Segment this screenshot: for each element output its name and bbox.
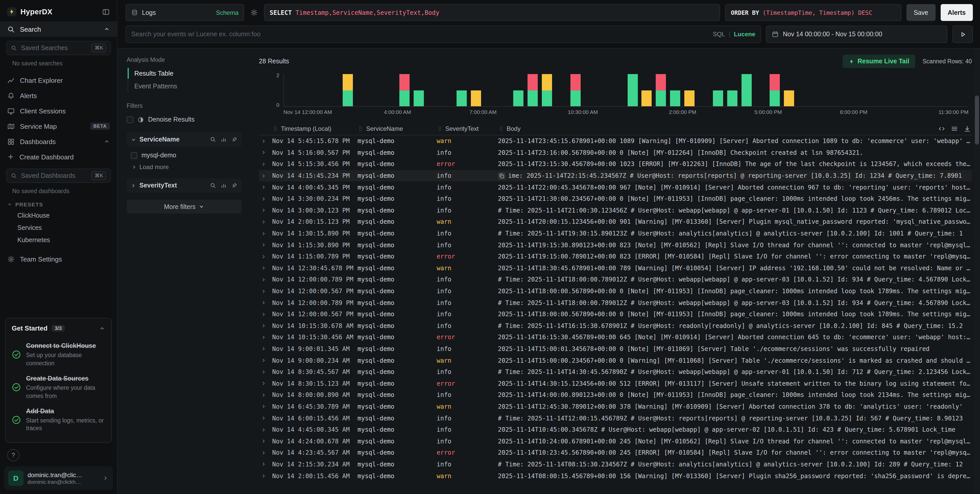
histogram-bar[interactable] <box>528 74 538 106</box>
help-button[interactable]: ? <box>7 449 19 461</box>
histogram-bar[interactable] <box>770 74 780 106</box>
preset-kubernetes[interactable]: Kubernetes <box>0 234 117 246</box>
denoise-results-toggle[interactable]: Denoise Results <box>127 113 242 126</box>
histogram-bar[interactable] <box>627 74 638 106</box>
table-row[interactable]: Nov 14 12:30:45.678 PMmysql-demowarn2025… <box>259 262 972 274</box>
table-row[interactable]: Nov 14 6:45:30.789 AMmysql-demowarn2025-… <box>259 401 972 412</box>
get-started-step-connect[interactable]: Connect to ClickHouse Set up your databa… <box>12 338 105 371</box>
table-row[interactable]: Nov 14 2:00:15.456 AMmysql-demowarn2025-… <box>259 470 972 481</box>
row-expand-chevron-icon[interactable] <box>259 381 272 386</box>
copy-icon[interactable] <box>498 172 506 180</box>
row-expand-chevron-icon[interactable] <box>259 242 272 248</box>
download-icon[interactable] <box>964 125 971 132</box>
sidebar-collapse-icon[interactable] <box>102 8 110 16</box>
table-row[interactable]: Nov 14 12:00:00.789 PMmysql-demoinfo# Ti… <box>259 274 972 285</box>
table-row[interactable]: Nov 14 8:00:00.890 AMmysql-demoinfo2025-… <box>259 389 972 401</box>
saved-searches-input[interactable]: Saved Searches ⌘K <box>6 41 111 55</box>
drag-grip-icon[interactable] <box>437 126 443 132</box>
load-more-button[interactable]: Load more <box>127 162 242 172</box>
get-started-step-add-data[interactable]: Add Data Start sending logs, metrics, or… <box>12 403 105 436</box>
create-dashboard-button[interactable]: Create Dashboard <box>0 149 117 164</box>
row-expand-chevron-icon[interactable] <box>259 288 272 294</box>
table-row[interactable]: Nov 14 4:15:45.234 PMmysql-demoinfoime: … <box>259 170 972 182</box>
drag-grip-icon[interactable] <box>272 126 278 132</box>
order-by-input[interactable]: ORDER BY (TimestampTime, Timestamp) DESC <box>725 4 901 21</box>
row-expand-chevron-icon[interactable] <box>259 173 272 178</box>
table-row[interactable]: Nov 14 6:00:15.456 AMmysql-demoinfo# Tim… <box>259 413 972 424</box>
row-expand-chevron-icon[interactable] <box>259 438 272 444</box>
row-expand-chevron-icon[interactable] <box>259 277 272 282</box>
table-row[interactable]: Nov 14 3:00:30.123 PMmysql-demoinfo# Tim… <box>259 205 972 216</box>
table-row[interactable]: Nov 14 4:00:45.345 PMmysql-demoinfo2025-… <box>259 182 972 193</box>
histogram-bar[interactable] <box>514 74 524 106</box>
facet-servicename-header[interactable]: ServiceName <box>127 132 242 147</box>
pin-icon[interactable] <box>231 182 237 188</box>
row-expand-chevron-icon[interactable] <box>259 311 272 317</box>
row-expand-chevron-icon[interactable] <box>259 358 272 363</box>
histogram-bar[interactable] <box>471 74 481 106</box>
row-expand-chevron-icon[interactable] <box>259 462 272 467</box>
alerts-button[interactable]: Alerts <box>940 4 973 21</box>
row-density-icon[interactable] <box>951 125 958 132</box>
row-expand-chevron-icon[interactable] <box>259 392 272 398</box>
more-filters-button[interactable]: More filters <box>127 200 242 214</box>
get-started-step-sources[interactable]: Create Data Sources Configure where your… <box>12 371 105 403</box>
presets-section-toggle[interactable]: PRESETS <box>0 195 117 209</box>
sidebar-item-client-sessions[interactable]: Client Sessions <box>0 103 117 118</box>
row-expand-chevron-icon[interactable] <box>259 473 272 479</box>
table-row[interactable]: Nov 14 8:30:15.123 AMmysql-demoerror2025… <box>259 378 972 389</box>
histogram-bar[interactable] <box>570 74 581 106</box>
row-expand-chevron-icon[interactable] <box>259 265 272 271</box>
row-expand-chevron-icon[interactable] <box>259 404 272 410</box>
facet-checkbox[interactable] <box>131 152 137 159</box>
sidebar-item-chart-explorer[interactable]: Chart Explorer <box>0 73 117 88</box>
histogram-plot[interactable] <box>283 74 968 107</box>
histogram-bar[interactable] <box>713 74 723 106</box>
select-clause-input[interactable]: SELECT Timestamp,ServiceName,SeverityTex… <box>264 4 720 21</box>
facet-search-icon[interactable] <box>210 182 216 188</box>
histogram-bar[interactable] <box>670 74 680 106</box>
drag-grip-icon[interactable] <box>358 126 364 132</box>
drag-grip-icon[interactable] <box>498 126 504 132</box>
pin-icon[interactable] <box>231 136 237 143</box>
row-expand-chevron-icon[interactable] <box>259 323 272 329</box>
scrollbar-thumb[interactable] <box>975 96 979 145</box>
table-row[interactable]: Nov 14 5:15:30.456 PMmysql-demoerror2025… <box>259 158 972 170</box>
events-search-input[interactable] <box>131 31 709 38</box>
preset-clickhouse[interactable]: ClickHouse <box>0 209 117 222</box>
row-expand-chevron-icon[interactable] <box>259 253 272 259</box>
table-row[interactable]: Nov 14 9:00:00.234 AMmysql-demowarn2025-… <box>259 355 972 366</box>
table-row[interactable]: Nov 14 4:45:00.345 AMmysql-demoinfo2025-… <box>259 424 972 435</box>
save-button[interactable]: Save <box>907 4 935 21</box>
histogram-bar[interactable] <box>727 74 737 106</box>
table-row[interactable]: Nov 14 12:00:00.567 PMmysql-demoinfo2025… <box>259 309 972 320</box>
row-expand-chevron-icon[interactable] <box>259 196 272 202</box>
table-row[interactable]: Nov 14 12:00:00.567 PMmysql-demoinfo2025… <box>259 285 972 297</box>
preset-services[interactable]: Services <box>0 222 117 234</box>
facet-search-icon[interactable] <box>210 136 216 143</box>
saved-dashboards-input[interactable]: Saved Dashboards ⌘K <box>6 169 111 183</box>
events-search-box[interactable]: SQL | Lucene <box>126 25 761 43</box>
facet-chart-icon[interactable] <box>221 136 227 143</box>
sidebar-item-service-map[interactable]: Service Map BETA <box>0 118 117 134</box>
table-row[interactable]: Nov 14 1:15:00.789 PMmysql-demoerror2025… <box>259 251 972 262</box>
row-expand-chevron-icon[interactable] <box>259 346 272 352</box>
table-row[interactable]: Nov 14 5:16:00.567 PMmysql-demoinfo2025-… <box>259 147 972 158</box>
user-menu[interactable]: D dominic.tran@clic… dominic.tran@clickh… <box>4 467 113 490</box>
table-row[interactable]: Nov 14 10:15:30.456 AMmysql-demoerror202… <box>259 331 972 343</box>
lucene-mode-toggle[interactable]: Lucene <box>734 31 755 38</box>
row-expand-chevron-icon[interactable] <box>259 415 272 421</box>
table-row[interactable]: Nov 14 8:30:45.567 AMmysql-demoinfo# Tim… <box>259 366 972 378</box>
table-row[interactable]: Nov 14 4:23:45.567 AMmysql-demoerror2025… <box>259 447 972 459</box>
table-row[interactable]: Nov 14 4:24:00.678 AMmysql-demoinfo2025-… <box>259 435 972 447</box>
row-expand-chevron-icon[interactable] <box>259 427 272 432</box>
sql-mode-toggle[interactable]: SQL <box>713 31 725 38</box>
histogram-bar[interactable] <box>542 74 552 106</box>
histogram-bar[interactable] <box>656 74 666 106</box>
collapse-get-started-icon[interactable] <box>99 325 105 331</box>
resume-live-tail-button[interactable]: Resume Live Tail <box>843 55 915 68</box>
table-row[interactable]: Nov 14 5:45:15.678 PMmysql-demowarn2025-… <box>259 135 972 147</box>
table-row[interactable]: Nov 14 1:15:30.890 PMmysql-demoinfo2025-… <box>259 239 972 251</box>
histogram-chart[interactable]: 2 0 Nov 14 12:00:00 AM4:00:00 AM7:00:00 … <box>259 73 972 116</box>
table-row[interactable]: Nov 14 2:15:30.234 AMmysql-demoinfo# Tim… <box>259 459 972 470</box>
